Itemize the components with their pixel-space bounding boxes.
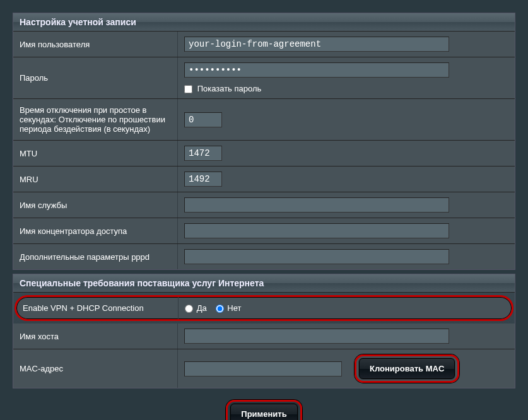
hostname-input[interactable] bbox=[184, 329, 449, 344]
concentrator-label: Имя концентратора доступа bbox=[13, 218, 177, 243]
service-name-label: Имя службы bbox=[13, 192, 177, 218]
mtu-input[interactable] bbox=[184, 146, 222, 161]
account-section: Настройка учетной записи Имя пользовател… bbox=[13, 13, 515, 270]
vpn-dhcp-yes-radio[interactable] bbox=[185, 305, 193, 313]
username-label: Имя пользователя bbox=[13, 32, 177, 57]
clone-mac-highlight: Клонировать MAC bbox=[355, 354, 459, 383]
vpn-dhcp-label: Enable VPN + DHCP Connection bbox=[16, 297, 178, 319]
password-input[interactable] bbox=[184, 62, 449, 78]
account-section-header: Настройка учетной записи bbox=[13, 13, 515, 32]
apply-highlight: Применить bbox=[226, 400, 302, 420]
isp-section-header: Специальные требования поставщика услуг … bbox=[13, 274, 515, 293]
apply-button[interactable]: Применить bbox=[230, 404, 297, 420]
pppd-extra-label: Дополнительные параметры pppd bbox=[13, 244, 177, 269]
show-password-checkbox[interactable] bbox=[184, 85, 192, 93]
mru-input[interactable] bbox=[184, 172, 222, 187]
password-label: Пароль bbox=[13, 57, 177, 98]
mac-address-input[interactable] bbox=[184, 361, 342, 376]
isp-section: Специальные требования поставщика услуг … bbox=[13, 274, 515, 388]
hostname-label: Имя хоста bbox=[13, 324, 177, 349]
show-password-label: Показать пароль bbox=[197, 84, 262, 93]
idle-timeout-input[interactable] bbox=[184, 112, 222, 127]
service-name-input[interactable] bbox=[184, 197, 449, 213]
vpn-dhcp-yes-label: Да bbox=[197, 303, 207, 313]
mtu-label: MTU bbox=[13, 141, 177, 166]
pppd-extra-input[interactable] bbox=[184, 249, 449, 264]
clone-mac-button[interactable]: Клонировать MAC bbox=[359, 358, 455, 379]
idle-timeout-label: Время отключения при простое в секундах:… bbox=[13, 99, 177, 140]
username-input[interactable] bbox=[184, 37, 449, 52]
mru-label: MRU bbox=[13, 166, 177, 192]
vpn-dhcp-row-highlight: Enable VPN + DHCP Connection Да Нет bbox=[15, 295, 513, 321]
vpn-dhcp-no-label: Нет bbox=[227, 303, 241, 313]
concentrator-input[interactable] bbox=[184, 223, 449, 238]
vpn-dhcp-no-radio[interactable] bbox=[216, 305, 224, 313]
mac-address-label: MAC-адрес bbox=[13, 349, 177, 388]
